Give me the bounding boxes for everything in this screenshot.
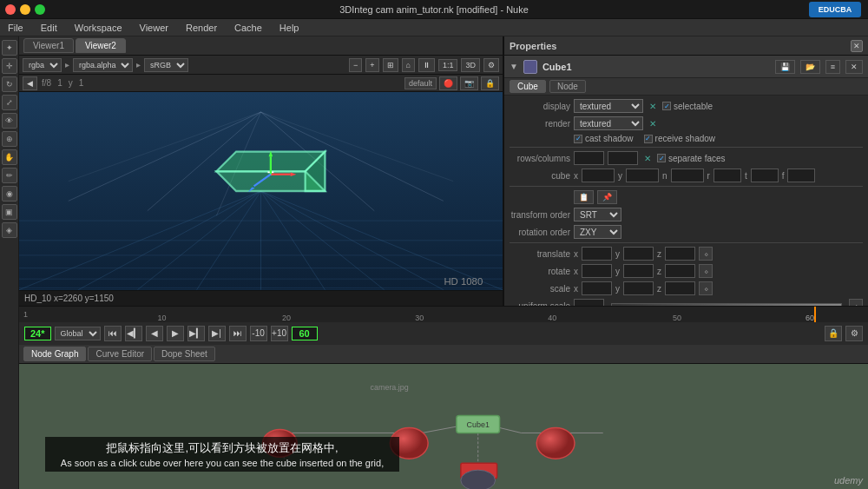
rz-input[interactable]: 0 [665,264,695,278]
rx-input[interactable]: 0 [582,264,612,278]
cast-shadow-checkbox[interactable]: ✓ [574,135,582,143]
cube-n-input[interactable]: -0.5 [671,169,704,182]
home-btn[interactable]: ⌂ [402,58,415,72]
mode-3d-btn[interactable]: 3D [461,58,480,72]
rgba-select[interactable]: rgba [23,58,62,72]
menu-help[interactable]: Help [276,22,303,34]
cube-r-input[interactable]: 0.5 [713,169,741,182]
next-frame-btn[interactable]: ▶▎ [187,326,205,341]
tz-input[interactable]: 0 [665,247,695,261]
alpha-select[interactable]: rgba.alpha [73,58,133,72]
toolbar-misc1[interactable]: ▣ [2,204,17,220]
selectable-check[interactable]: ✓ selectable [662,102,713,111]
toolbar-scale[interactable]: ⤢ [2,95,17,110]
menu-render[interactable]: Render [182,22,220,34]
window-controls[interactable] [5,4,45,15]
sy-input[interactable]: 1 [623,281,654,295]
receive-shadow-checkbox[interactable]: ✓ [644,135,653,143]
tab-node[interactable]: Node [549,80,586,93]
prev-key-btn[interactable]: ◀▎ [125,326,142,341]
render-select[interactable]: textured [574,116,643,130]
toolbar-misc2[interactable]: ◈ [2,222,17,238]
minimize-button[interactable] [20,4,30,15]
rotation-order-select[interactable]: ZXY [574,225,621,239]
toolbar-paint[interactable]: ✏ [2,168,17,183]
pause-btn[interactable]: ⏸ [418,58,435,72]
prev-frame-btn[interactable]: ◀ [146,326,163,341]
prev-frame-btn[interactable]: ◀ [23,76,37,90]
sep-faces-check[interactable]: ✓ separate faces [657,154,726,163]
back10-btn[interactable]: -10 [250,326,267,341]
us-key-btn[interactable]: ⬦ [849,299,863,306]
toolbar-zoom[interactable]: ⊕ [2,131,17,147]
tab-dope-sheet[interactable]: Dope Sheet [154,347,215,361]
transform-copy-btn[interactable]: 📋 [574,190,594,204]
us-input[interactable]: 1 [574,299,604,306]
selectable-checkbox[interactable]: ✓ [662,102,671,110]
next-key-btn[interactable]: ▶| [208,326,226,341]
ty-input[interactable]: 0 [623,247,654,261]
maximize-button[interactable] [35,4,45,15]
snap-btn[interactable]: 📷 [460,76,478,90]
tab-node-graph[interactable]: Node Graph [23,347,86,361]
tab-curve-editor[interactable]: Curve Editor [88,347,152,361]
goto-start-btn[interactable]: ⏮ [104,326,122,341]
menu-cache[interactable]: Cache [231,22,266,34]
close-button[interactable] [5,4,16,15]
rotate-key-btn[interactable]: ⬦ [699,264,713,278]
cube-t-input[interactable]: 0.5 [751,169,779,182]
node-canvas[interactable]: camera.jpg [19,364,868,489]
cube-y-input[interactable]: -0.5 [626,169,659,182]
transform-paste-btn[interactable]: 📌 [597,190,617,204]
menu-workspace[interactable]: Workspace [71,22,126,34]
receive-shadow-check[interactable]: ✓ receive shadow [644,134,715,143]
lock-btn[interactable]: 🔒 [481,76,499,90]
fwd10-btn[interactable]: +10 [271,326,288,341]
cols-input[interactable]: 10 [608,151,638,165]
translate-key-btn[interactable]: ⬦ [699,247,713,261]
play-btn[interactable]: ▶ [167,326,184,341]
zoom-in-btn[interactable]: + [365,58,378,72]
sx-input[interactable]: 1 [582,281,612,295]
toolbar-rotate[interactable]: ↻ [2,76,17,92]
scale-key-btn[interactable]: ⬦ [699,281,713,295]
cube-load-btn[interactable]: 📂 [800,60,820,74]
props-close[interactable]: ✕ [851,40,863,52]
toolbar-pan[interactable]: ✋ [2,149,17,165]
cube-x-input[interactable]: -0.5 [582,169,615,182]
ry-input[interactable]: 0 [623,264,654,278]
menu-file[interactable]: File [4,22,27,34]
viewer1-tab[interactable]: Viewer1 [23,38,74,53]
cube-f-input[interactable]: 0.5 [787,169,815,182]
goto-end-btn[interactable]: ⏭ [229,326,247,341]
tab-cube[interactable]: Cube [510,80,546,93]
cube-save-btn[interactable]: 💾 [775,60,795,74]
toolbar-node[interactable]: ◉ [2,186,17,202]
menu-viewer[interactable]: Viewer [136,22,172,34]
settings-btn[interactable]: ⚙ [483,58,499,72]
fit-btn[interactable]: ⊞ [383,58,398,72]
cast-shadow-check[interactable]: ✓ cast shadow [574,134,634,143]
display-select[interactable]: textured [574,99,643,113]
anim-settings-btn[interactable]: ⚙ [845,326,863,341]
rows-input[interactable]: 10 [574,151,604,165]
lock-anim-btn[interactable]: 🔒 [825,326,842,341]
sep-faces-checkbox[interactable]: ✓ [657,154,666,162]
zoom-out-btn[interactable]: − [349,58,362,72]
viewer2-tab[interactable]: Viewer2 [76,38,126,53]
collapse-arrow[interactable]: ▼ [510,62,518,71]
playhead[interactable] [814,307,816,322]
toolbar-select[interactable]: ✦ [2,40,17,56]
cube-close-btn[interactable]: ✕ [845,60,863,74]
sz-input[interactable]: 1 [665,281,695,295]
toolbar-view[interactable]: 👁 [2,113,17,129]
cube-more-btn[interactable]: ≡ [825,60,840,74]
tx-input[interactable]: 0 [582,247,612,261]
viewer-canvas[interactable]: HD 1080 [19,92,503,290]
colorspace-select[interactable]: sRGB [144,58,188,72]
range-select[interactable]: Global [55,327,101,340]
transform-order-select[interactable]: SRT [574,208,621,221]
menu-edit[interactable]: Edit [37,22,61,34]
timeline-ruler[interactable]: 1 10 20 30 40 50 60 [19,307,868,322]
toolbar-move[interactable]: ✛ [2,58,17,74]
